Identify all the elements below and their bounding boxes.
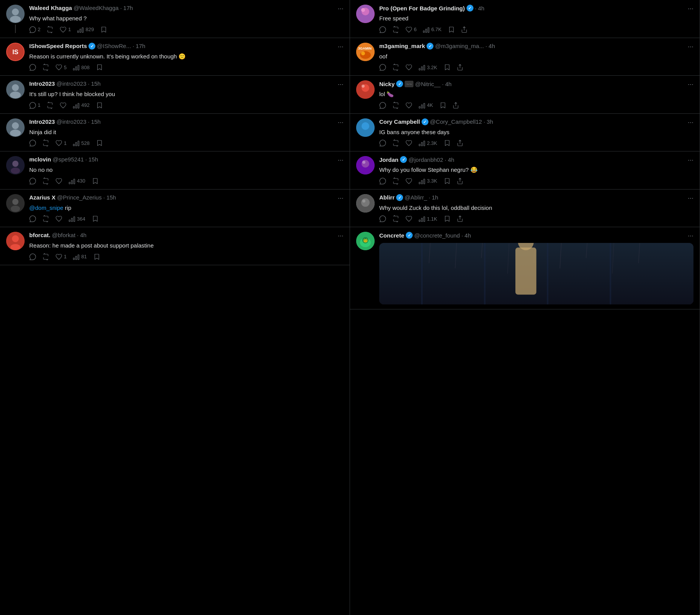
like-action-azarius[interactable] [55, 215, 62, 222]
reply-icon-ablirr [379, 215, 386, 222]
retweet-action-ishowspeed[interactable] [42, 64, 49, 71]
more-button-mclovin[interactable]: ··· [338, 156, 343, 164]
like-action-m3gaming[interactable] [405, 64, 412, 71]
like-action-mclovin[interactable] [55, 178, 62, 184]
bookmark-action-2[interactable] [96, 140, 103, 146]
retweet-action[interactable] [47, 102, 53, 109]
share-action-jordan[interactable] [457, 178, 463, 184]
views-action-cory[interactable]: 2.3K [418, 140, 437, 146]
retweet-action-jordan[interactable] [392, 178, 399, 184]
more-button-bforcat[interactable]: ··· [338, 232, 343, 240]
bookmark-action[interactable] [96, 102, 103, 109]
like-action-ablirr[interactable] [405, 215, 412, 222]
more-button-ablirr[interactable]: ··· [688, 194, 693, 202]
more-button-cory[interactable]: ··· [688, 118, 693, 126]
tweet-text-azarius: @dom_snipe rip [29, 204, 343, 213]
like-action-2[interactable]: 1 [55, 140, 67, 146]
share-action-nicky[interactable] [452, 102, 459, 109]
handle-waleed: @WaleedKhagga [73, 5, 118, 11]
reply-action-bforcat[interactable] [29, 253, 36, 260]
reply-action-jordan[interactable] [379, 178, 386, 184]
views-action-ishowspeed[interactable]: 808 [73, 64, 90, 71]
retweet-action-mclovin[interactable] [42, 178, 49, 184]
like-action-jordan[interactable] [405, 178, 412, 184]
views-action-waleed[interactable]: 829 [77, 26, 94, 33]
share-action-m3gaming[interactable] [457, 64, 463, 71]
more-button-intro2023-1[interactable]: ··· [338, 80, 343, 88]
like-action-waleed[interactable]: 1 [60, 26, 71, 33]
reply-action-cory[interactable] [379, 140, 386, 146]
mention-azarius[interactable]: @dom_snipe [29, 204, 63, 211]
bookmark-action-ablirr[interactable] [443, 215, 450, 222]
like-action-cory[interactable] [405, 140, 412, 146]
views-icon-jordan [418, 178, 425, 184]
retweet-action-azarius[interactable] [42, 215, 49, 222]
retweet-action-waleed[interactable] [47, 26, 53, 33]
more-button-m3gaming[interactable]: ··· [688, 43, 693, 51]
views-action-pro[interactable]: 6.7K [423, 26, 442, 33]
like-action-bforcat[interactable]: 1 [55, 253, 67, 260]
views-action-jordan[interactable]: 3.3K [418, 178, 437, 184]
like-action[interactable] [60, 102, 67, 109]
reply-action-nicky[interactable] [379, 102, 386, 109]
reply-action-intro2023-1[interactable]: 1 [29, 102, 40, 109]
reply-icon-nicky [379, 102, 386, 109]
views-action-m3gaming[interactable]: 3.2K [418, 64, 437, 71]
share-action-cory[interactable] [457, 140, 463, 146]
tweet-intro2023-2: Intro2023 @intro2023 · 15h ··· Ninja did… [0, 114, 350, 152]
retweet-action-ablirr[interactable] [392, 215, 399, 222]
like-action-nicky[interactable] [405, 102, 412, 109]
reply-action-mclovin[interactable] [29, 178, 36, 184]
retweet-action-cory[interactable] [392, 140, 399, 146]
bookmark-action-pro[interactable] [448, 26, 455, 33]
reply-action-ablirr[interactable] [379, 215, 386, 222]
like-action-pro[interactable]: 6 [405, 26, 417, 33]
tweet-body-concrete: Concrete @concrete_found · 4h ··· [379, 232, 693, 304]
views-action-2[interactable]: 528 [73, 140, 90, 146]
views-action-mclovin[interactable]: 430 [68, 178, 85, 184]
retweet-action-nicky[interactable] [392, 102, 399, 109]
views-action-nicky[interactable]: 4K [418, 102, 433, 109]
views-action-azarius[interactable]: 364 [68, 215, 85, 222]
bookmark-action-azarius[interactable] [92, 215, 98, 222]
reply-action-ishowspeed[interactable] [29, 64, 36, 71]
share-action-ablirr[interactable] [457, 215, 463, 222]
reply-action-pro[interactable] [379, 26, 386, 33]
tweet-waleed: Waleed Khagga @WaleedKhagga · 17h ··· Wh… [0, 0, 350, 38]
retweet-action-2[interactable] [42, 140, 49, 146]
share-icon-ablirr [457, 215, 463, 222]
reply-action-waleed[interactable]: 2 [29, 26, 40, 33]
svg-rect-65 [419, 182, 420, 184]
views-action-ablirr[interactable]: 1.1K [418, 215, 437, 222]
more-button-jordan[interactable]: ··· [688, 156, 693, 164]
more-button-waleed[interactable]: ··· [338, 5, 343, 13]
more-button-intro2023-2[interactable]: ··· [338, 118, 343, 126]
svg-rect-7 [73, 68, 75, 70]
share-action-pro[interactable] [461, 26, 468, 33]
bookmark-action-nicky[interactable] [439, 102, 446, 109]
more-button-pro[interactable]: ··· [688, 5, 693, 13]
retweet-action-m3gaming[interactable] [392, 64, 399, 71]
like-action-ishowspeed[interactable]: 5 [55, 64, 67, 71]
avatar-mclovin [6, 156, 25, 175]
views-action-bforcat[interactable]: 81 [73, 253, 87, 260]
reply-action-azarius[interactable] [29, 215, 36, 222]
bookmark-action-waleed[interactable] [100, 26, 107, 33]
bookmark-action-jordan[interactable] [443, 178, 450, 184]
retweet-action-pro[interactable] [392, 26, 399, 33]
reply-action-m3gaming[interactable] [379, 64, 386, 71]
bookmark-action-ishowspeed[interactable] [96, 64, 103, 71]
svg-rect-17 [73, 144, 75, 146]
more-button-azarius[interactable]: ··· [338, 194, 343, 202]
bookmark-action-mclovin[interactable] [92, 178, 98, 184]
svg-point-15 [12, 122, 19, 129]
more-button-concrete[interactable]: ··· [688, 232, 693, 240]
more-button-nicky[interactable]: ··· [688, 80, 693, 88]
bookmark-action-m3gaming[interactable] [443, 64, 450, 71]
bookmark-action-bforcat[interactable] [93, 253, 100, 260]
reply-action-2[interactable] [29, 140, 36, 146]
bookmark-action-cory[interactable] [443, 140, 450, 146]
retweet-action-bforcat[interactable] [42, 253, 49, 260]
more-button-ishowspeed[interactable]: ··· [338, 43, 343, 51]
views-action[interactable]: 492 [73, 102, 90, 109]
